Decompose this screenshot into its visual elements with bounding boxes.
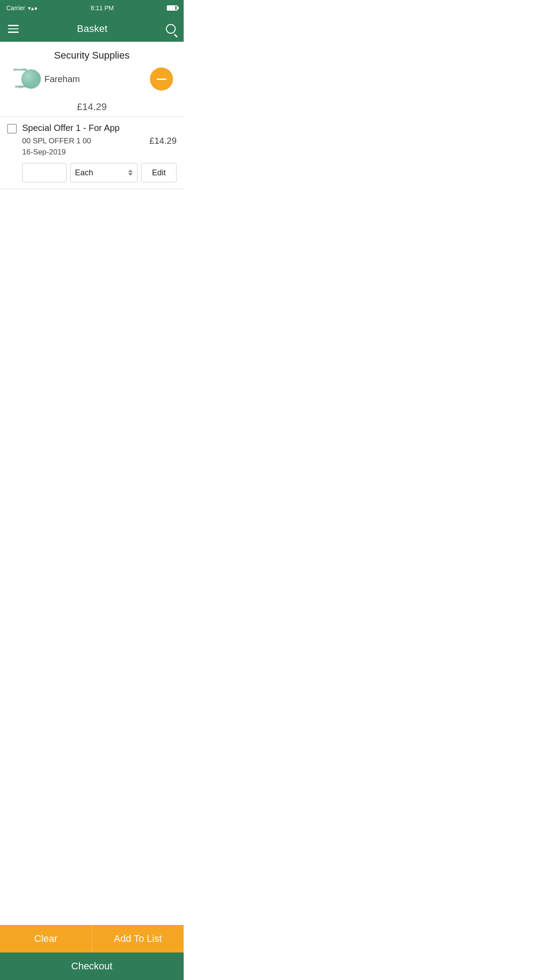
wifi-icon: ▾▴● <box>28 5 38 12</box>
carrier-text: Carrier <box>6 4 25 12</box>
status-bar: Carrier ▾▴● 8:11 PM <box>0 0 184 16</box>
order-item: Special Offer 1 - For App 00 SPL OFFER 1… <box>0 117 184 189</box>
quantity-spinner[interactable]: ▲ ▼ <box>22 163 67 182</box>
supplier-logo: security supplies <box>11 67 41 91</box>
controls-row: ▲ ▼ Each Edit <box>7 163 177 182</box>
time-display: 8:11 PM <box>91 4 114 12</box>
supplier-name: Security Supplies <box>7 50 177 61</box>
content-area: Security Supplies security supplies Fare… <box>0 42 184 322</box>
item-details: Special Offer 1 - For App 00 SPL OFFER 1… <box>22 123 177 157</box>
item-price: £14.29 <box>150 136 177 146</box>
battery-fill <box>168 6 175 10</box>
edit-button[interactable]: Edit <box>141 163 177 182</box>
item-title: Special Offer 1 - For App <box>22 123 177 133</box>
menu-button[interactable] <box>8 25 19 33</box>
item-code-row: 00 SPL OFFER 1 00 £14.29 <box>22 136 177 146</box>
supplier-section: Security Supplies security supplies Fare… <box>0 42 184 95</box>
battery-rect <box>167 5 177 11</box>
item-date: 16-Sep-2019 <box>22 148 177 157</box>
supplier-total-price: £14.29 <box>0 95 184 116</box>
battery-indicator <box>167 5 177 11</box>
supplier-location: Fareham <box>44 74 80 84</box>
content-spacer <box>0 189 184 322</box>
supplier-row: security supplies Fareham <box>7 67 177 91</box>
item-header-row: Special Offer 1 - For App 00 SPL OFFER 1… <box>7 123 177 157</box>
minus-icon <box>157 79 166 80</box>
item-checkbox[interactable] <box>7 124 17 134</box>
header: Basket <box>0 16 184 42</box>
search-handle <box>174 34 177 37</box>
carrier-wifi: Carrier ▾▴● <box>6 4 38 12</box>
remove-supplier-button[interactable] <box>150 67 173 91</box>
unit-text: Each <box>75 168 93 178</box>
supplier-left: security supplies Fareham <box>11 67 80 91</box>
arrow-down-icon <box>128 173 133 176</box>
hamburger-line-3 <box>8 32 19 33</box>
unit-dropdown[interactable]: Each <box>70 163 138 182</box>
hamburger-line-1 <box>8 25 19 26</box>
search-button[interactable] <box>166 24 176 34</box>
hamburger-line-2 <box>8 28 19 30</box>
arrow-up-icon <box>128 170 133 172</box>
search-icon <box>166 24 176 34</box>
item-code: 00 SPL OFFER 1 00 <box>22 137 91 146</box>
page-title: Basket <box>77 23 107 35</box>
logo-globe <box>21 69 41 89</box>
dropdown-arrow-icon <box>128 170 133 176</box>
